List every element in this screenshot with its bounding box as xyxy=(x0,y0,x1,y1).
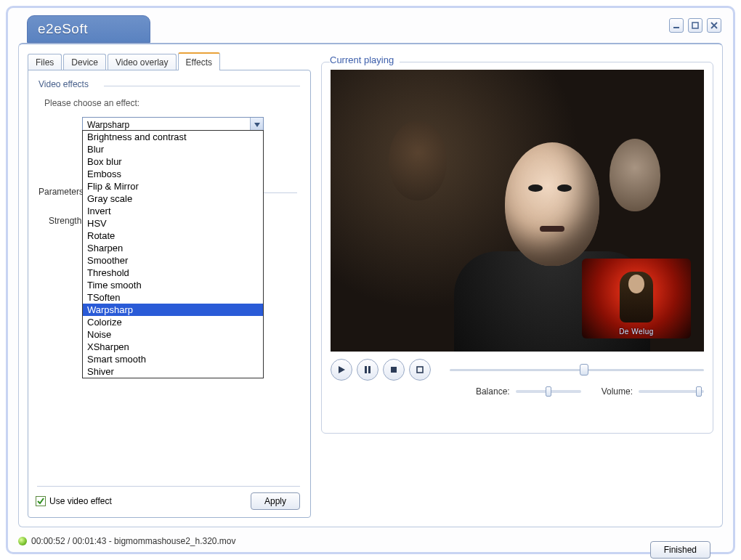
status-bar: 00:00:52 / 00:01:43 - bigmommashouse2_h.… xyxy=(18,536,723,546)
svg-rect-1 xyxy=(692,23,698,28)
effect-option[interactable]: Time smooth xyxy=(83,279,263,291)
effect-option[interactable]: Emboss xyxy=(83,168,263,180)
svg-rect-0 xyxy=(673,27,679,28)
balance-thumb[interactable] xyxy=(546,386,551,397)
effects-tab-body: Video effects Please choose an effect: W… xyxy=(28,70,311,518)
volume-thumb[interactable] xyxy=(696,386,702,397)
effect-option[interactable]: Smart smooth xyxy=(83,353,263,365)
volume-label: Volume: xyxy=(602,386,633,397)
stop-button[interactable] xyxy=(383,359,405,381)
effect-option[interactable]: HSV xyxy=(83,217,263,230)
strength-label: Strength xyxy=(49,216,82,226)
tab-files[interactable]: Files xyxy=(28,54,62,70)
current-playing-label: Current playing xyxy=(330,54,400,65)
effect-option[interactable]: Smoother xyxy=(83,254,263,267)
status-indicator-icon xyxy=(18,537,27,545)
pip-caption: De Welug xyxy=(582,328,691,336)
volume-slider[interactable] xyxy=(639,390,704,393)
picture-in-picture: De Welug xyxy=(582,259,691,338)
svg-rect-4 xyxy=(391,367,397,373)
effect-prompt: Please choose an effect: xyxy=(44,98,300,108)
svg-rect-5 xyxy=(417,367,423,373)
use-video-effect-checkbox[interactable]: Use video effect xyxy=(36,496,112,506)
effect-option[interactable]: XSharpen xyxy=(83,341,263,353)
play-button[interactable] xyxy=(331,359,352,381)
tab-video-overlay[interactable]: Video overlay xyxy=(108,54,177,70)
seek-slider[interactable] xyxy=(450,362,704,377)
balance-slider[interactable] xyxy=(516,390,581,393)
balance-label: Balance: xyxy=(476,386,510,397)
player-frame: De Welug Mulon W Balance: xyxy=(321,62,713,434)
tab-effects[interactable]: Effects xyxy=(178,52,220,70)
pause-button[interactable] xyxy=(357,359,378,381)
effect-option[interactable]: TSoften xyxy=(83,291,263,304)
status-text: 00:00:52 / 00:01:43 - bigmommashouse2_h.… xyxy=(31,536,236,546)
effect-option[interactable]: Box blur xyxy=(83,155,263,168)
parameters-group-label: Parameters xyxy=(39,187,84,197)
effect-option[interactable]: Invert xyxy=(83,205,263,217)
checkbox-icon xyxy=(36,496,46,506)
pip-caption-2: Mulon W xyxy=(684,351,704,352)
effect-option[interactable]: Colorize xyxy=(83,316,263,328)
video-effects-group-label: Video effects xyxy=(39,79,93,89)
effect-option[interactable]: Blur xyxy=(83,143,263,155)
maximize-button[interactable] xyxy=(688,18,702,33)
effect-option[interactable]: Threshold xyxy=(83,267,263,279)
effect-dropdown-list[interactable]: Brightness and contrastBlurBox blurEmbos… xyxy=(82,130,264,378)
svg-rect-3 xyxy=(368,366,370,373)
effect-option[interactable]: Noise xyxy=(83,328,263,341)
effect-option[interactable]: Rotate xyxy=(83,230,263,242)
minimize-button[interactable] xyxy=(669,18,684,33)
effect-option[interactable]: Flip & Mirror xyxy=(83,180,263,192)
effect-option[interactable]: Warpsharp xyxy=(83,304,263,316)
tab-device[interactable]: Device xyxy=(63,54,106,70)
app-title: e2eSoft xyxy=(27,15,150,43)
close-button[interactable] xyxy=(707,18,721,33)
video-preview: De Welug Mulon W xyxy=(331,70,704,352)
apply-button[interactable]: Apply xyxy=(251,492,300,510)
seek-thumb[interactable] xyxy=(580,364,588,376)
use-video-effect-label: Use video effect xyxy=(49,496,112,506)
effect-option[interactable]: Brightness and contrast xyxy=(83,131,263,143)
effect-option[interactable]: Sharpen xyxy=(83,242,263,254)
svg-rect-2 xyxy=(365,366,367,373)
effect-option[interactable]: Gray scale xyxy=(83,192,263,205)
effect-option[interactable]: Shiver xyxy=(83,365,263,378)
fullscreen-button[interactable] xyxy=(409,359,431,381)
